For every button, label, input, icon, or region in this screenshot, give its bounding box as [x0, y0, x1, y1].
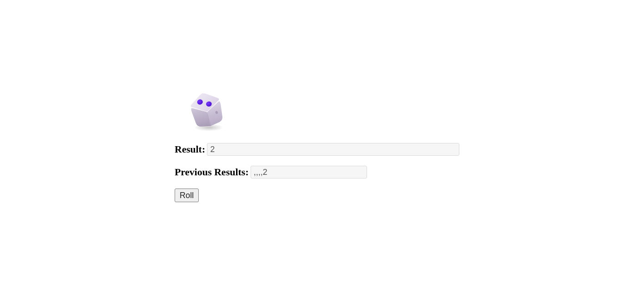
- roll-button[interactable]: Roll: [175, 189, 199, 202]
- result-input[interactable]: [207, 143, 459, 156]
- previous-results-label: Previous Results:: [175, 166, 249, 178]
- die-image: [175, 87, 469, 131]
- previous-results-input[interactable]: [251, 166, 367, 178]
- result-label: Result:: [175, 143, 205, 155]
